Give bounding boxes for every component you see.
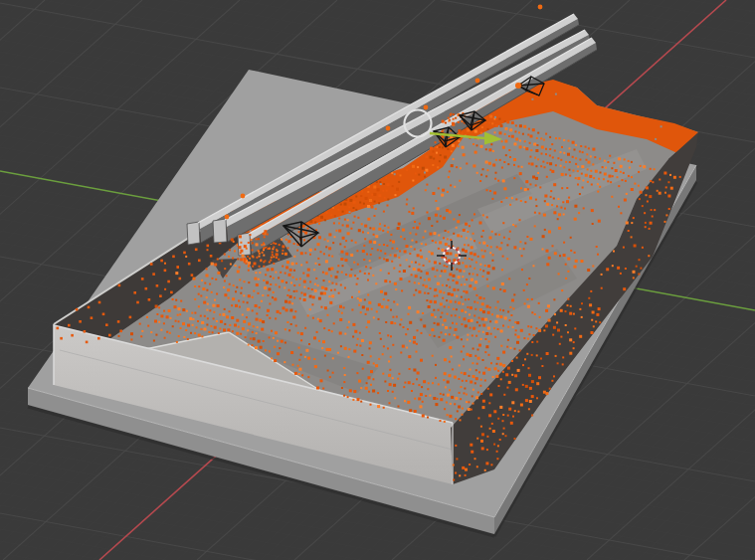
stray-point bbox=[225, 215, 230, 220]
stray-point bbox=[386, 126, 391, 131]
scene-svg bbox=[0, 0, 755, 560]
viewport-3d[interactable] bbox=[0, 0, 755, 560]
stray-point bbox=[475, 79, 480, 84]
camera-origin-point bbox=[515, 83, 521, 89]
stray-point bbox=[424, 105, 429, 110]
stray-point bbox=[241, 194, 246, 199]
stray-point bbox=[538, 5, 543, 10]
